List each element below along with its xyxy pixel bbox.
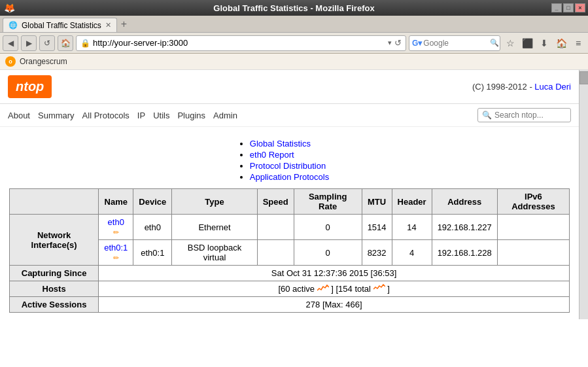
orangescrum-bar: o Orangescrum	[0, 54, 588, 70]
iface2-name-cell: eth0:1 ✏	[99, 240, 133, 266]
col-type: Type	[172, 189, 257, 215]
maximize-button[interactable]: □	[563, 3, 574, 12]
ntop-logo-text: ntop	[16, 79, 44, 94]
nav-links-list: Global Statistics eth0 Report Protocol D…	[250, 137, 329, 183]
nav-search-input[interactable]	[494, 111, 566, 120]
capturing-since-value: Sat Oct 31 12:37:36 2015 [36:53]	[99, 266, 570, 281]
search-bar: G▾ 🔍	[409, 35, 500, 51]
ntop-header: ntop (C) 1998-2012 - Luca Deri	[0, 70, 579, 104]
scrollbar-thumb[interactable]	[579, 71, 588, 84]
sessions-value: 278 [Max: 466]	[99, 297, 570, 313]
links-area: Global Statistics eth0 Report Protocol D…	[0, 127, 579, 188]
nav-ip[interactable]: IP	[137, 111, 145, 120]
iface1-ipv6	[497, 215, 569, 240]
close-button[interactable]: ×	[575, 3, 585, 12]
table-row: Network Interface(s) eth0 ✏ eth0 Etherne…	[10, 215, 570, 240]
stats-table: Name Device Type Speed Sampling Rate MTU…	[9, 188, 570, 313]
nav-search-icon: 🔍	[482, 111, 492, 120]
nav-bar: About Summary All Protocols IP Utils Plu…	[0, 104, 579, 127]
capturing-since-header: Capturing Since	[10, 266, 99, 281]
toolbar-icons: ☆ ⬛ ⬇ 🏠 ≡	[503, 36, 585, 50]
iface1-address: 192.168.1.227	[432, 215, 497, 240]
iface1-name-cell: eth0 ✏	[99, 215, 133, 240]
col-header: Header	[392, 189, 432, 215]
page-content: o Orangescrum ntop (C) 1998-2012 - Luca …	[0, 54, 588, 367]
hosts-row: Hosts [60 active ] [154 total	[10, 281, 570, 297]
main-table-container: Name Device Type Speed Sampling Rate MTU…	[0, 188, 579, 319]
lock-icon: 🔒	[80, 39, 90, 48]
col-name: Name	[99, 189, 133, 215]
nav-about[interactable]: About	[8, 111, 30, 120]
home-button[interactable]: 🏠	[58, 35, 73, 51]
iface1-edit-icon[interactable]: ✏	[113, 228, 119, 237]
tab-label: Global Traffic Statistics	[22, 21, 101, 30]
sessions-row: Active Sessions 278 [Max: 466]	[10, 297, 570, 313]
eth0-report-link[interactable]: eth0 Report	[250, 150, 294, 160]
refresh-icon[interactable]: ↺	[394, 38, 402, 48]
author-link[interactable]: Luca Deri	[534, 82, 571, 92]
scrollbar[interactable]	[579, 70, 588, 319]
copyright-text: (C) 1998-2012 -	[472, 82, 532, 92]
iface1-type: Ethernet	[172, 215, 257, 240]
google-icon: G▾	[412, 39, 422, 48]
home-icon[interactable]: 🏠	[554, 36, 568, 50]
capturing-row: Capturing Since Sat Oct 31 12:37:36 2015…	[10, 266, 570, 281]
col-address: Address	[432, 189, 497, 215]
col-device: Device	[133, 189, 172, 215]
iface1-name[interactable]: eth0	[108, 217, 124, 227]
iface2-header: 4	[392, 240, 432, 266]
more-icon[interactable]: ≡	[571, 36, 585, 50]
nav-plugins[interactable]: Plugins	[177, 111, 205, 120]
iface1-header: 14	[392, 215, 432, 240]
forward-button[interactable]: ▶	[21, 35, 37, 51]
orangescrum-label[interactable]: Orangescrum	[20, 57, 67, 66]
iface2-edit-icon[interactable]: ✏	[113, 254, 119, 262]
nav-admin[interactable]: Admin	[213, 111, 237, 120]
window-title: Global Traffic Statistics - Mozilla Fire…	[213, 3, 374, 13]
nav-summary[interactable]: Summary	[38, 111, 75, 120]
iface2-name[interactable]: eth0:1	[104, 243, 128, 253]
bookmark-star-icon[interactable]: ☆	[503, 36, 517, 50]
total-hosts-chart-icon	[373, 284, 385, 292]
col-sampling-rate: Sampling Rate	[294, 189, 362, 215]
iface2-device: eth0:1	[133, 240, 172, 266]
iface2-ipv6	[497, 240, 569, 266]
dropdown-arrow-icon[interactable]: ▾	[388, 39, 392, 47]
application-protocols-link[interactable]: Application Protocols	[250, 172, 329, 182]
hosts-value: [60 active ] [154 total	[99, 281, 570, 297]
protocol-distribution-link[interactable]: Protocol Distribution	[250, 161, 326, 171]
nav-utils[interactable]: Utils	[153, 111, 169, 120]
back-button[interactable]: ◀	[3, 35, 18, 51]
tab-favicon: 🌐	[9, 21, 18, 29]
active-tab[interactable]: 🌐 Global Traffic Statistics ✕	[3, 18, 117, 32]
url-input[interactable]	[93, 38, 385, 48]
address-bar: 🔒 ▾ ↺	[76, 35, 406, 51]
col-ipv6: IPv6 Addresses	[497, 189, 569, 215]
global-statistics-link[interactable]: Global Statistics	[250, 139, 311, 149]
browser-toolbar: ◀ ▶ ↺ 🏠 🔒 ▾ ↺ G▾ 🔍 ☆ ⬛ ⬇ 🏠 ≡	[0, 33, 588, 54]
header-area: ntop (C) 1998-2012 - Luca Deri About Sum…	[0, 70, 588, 319]
tab-close-button[interactable]: ✕	[105, 21, 111, 29]
hosts-header: Hosts	[10, 281, 99, 297]
network-interfaces-header: Network Interface(s)	[10, 215, 99, 266]
ntop-copyright: (C) 1998-2012 - Luca Deri	[472, 82, 571, 92]
sessions-header: Active Sessions	[10, 297, 99, 313]
download-icon[interactable]: ⬇	[537, 36, 551, 50]
ntop-logo: ntop	[8, 75, 52, 98]
iface2-mtu: 8232	[362, 240, 392, 266]
reload-button[interactable]: ↺	[39, 35, 55, 51]
col-header-empty	[10, 189, 99, 215]
iface2-speed	[257, 240, 294, 266]
nav-all-protocols[interactable]: All Protocols	[82, 111, 130, 120]
new-tab-button[interactable]: +	[117, 16, 131, 32]
iface2-address: 192.168.1.228	[432, 240, 497, 266]
nav-search: 🔍	[477, 108, 571, 122]
bookmarks-icon[interactable]: ⬛	[520, 36, 534, 50]
firefox-logo-icon: 🦊	[4, 3, 15, 13]
iface1-mtu: 1514	[362, 215, 392, 240]
browser-search-input[interactable]	[423, 39, 489, 48]
iface2-sampling: 0	[294, 240, 362, 266]
active-hosts-chart-icon	[317, 284, 329, 292]
minimize-button[interactable]: _	[551, 3, 562, 12]
search-submit-icon[interactable]: 🔍	[490, 39, 499, 47]
